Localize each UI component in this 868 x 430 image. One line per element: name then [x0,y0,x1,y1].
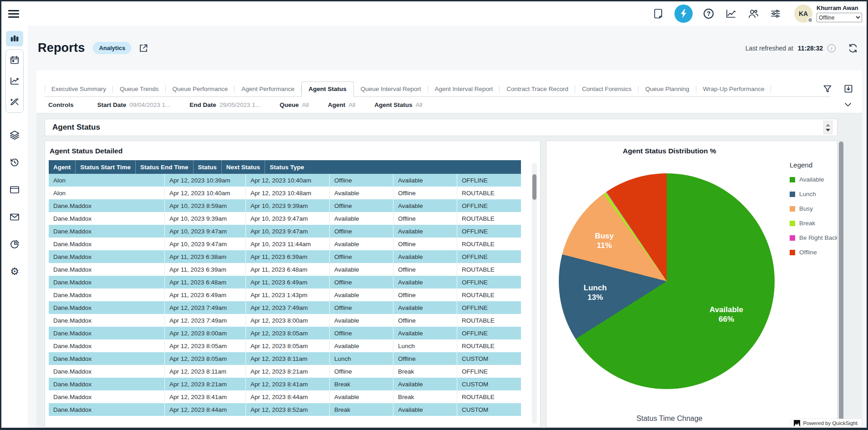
cell-end-time: Apr 12, 2023 8:21am [246,365,330,378]
cell-next-status: Available [393,250,457,263]
table-row[interactable]: Dane.Maddox Apr 11, 2023 6:39am Apr 11, … [49,263,521,276]
flash-icon[interactable] [674,5,693,23]
tab-label: Contract Trace Record [506,86,568,92]
table-row[interactable]: Dane.Maddox Apr 10, 2023 9:39am Apr 10, … [49,212,521,225]
cell-next-status: Available [393,301,457,314]
sliders-icon[interactable] [769,7,782,20]
last-refreshed-time: 11:28:32 [798,45,823,52]
sheet-tab[interactable]: Agent Performance [235,82,301,96]
cell-end-time: Apr 12, 2023 8:05am [246,327,330,339]
table-row[interactable]: Dane.Maddox Apr 12, 2023 8:05am Apr 12, … [49,339,521,352]
sheet-tab[interactable]: Agent Status [301,81,354,97]
sheet-tab[interactable]: Agent Interval Report [428,82,500,96]
page-title: Reports [38,41,85,55]
hamburger-menu-icon[interactable] [8,8,19,18]
sheet-tab[interactable]: Queue Planning [638,82,696,96]
table-row[interactable]: Dane.Maddox Apr 11, 2023 6:48am Apr 11, … [49,276,521,288]
dashboard-scrollbar[interactable] [838,141,844,428]
dashboard-scrollbar-thumb[interactable] [839,142,843,427]
table-row[interactable]: Dane.Maddox Apr 10, 2023 8:59am Apr 10, … [49,199,521,212]
cell-status-type: OFFLINE [457,365,521,378]
info-icon[interactable]: i [827,44,836,52]
sheet-tab[interactable]: Wrap-Up Performance [696,82,771,96]
legend-item[interactable]: Lunch [790,191,837,197]
table-row[interactable]: Dane.Maddox Apr 12, 2023 8:05am Apr 12, … [49,352,521,365]
agent-status-table: AgentStatus Start TimeStatus End TimeSta… [49,160,521,416]
cell-start-time: Apr 12, 2023 8:00am [165,327,246,339]
cell-status-type: CUSTOM [457,378,521,390]
users-icon[interactable] [747,7,760,20]
refresh-icon[interactable] [848,43,858,54]
column-header[interactable]: Status [194,160,222,174]
control-filter[interactable]: Queue All [280,101,309,108]
control-filter[interactable]: End Date 29/05/2023 1... [189,101,260,108]
legend-item[interactable]: Be Right Back [790,234,837,241]
legend-items: Available Lunch Busy [790,176,837,256]
column-header[interactable]: Agent [49,160,76,174]
external-link-icon[interactable] [138,43,148,53]
table-row[interactable]: Dane.Maddox Apr 12, 2023 7:49am Apr 12, … [49,314,521,327]
note-icon[interactable] [652,7,665,20]
help-icon[interactable]: ? [702,7,715,20]
controls-bar: Controls Start Date 09/04/2023 1... End … [36,97,862,113]
legend-item[interactable]: Available [790,176,837,183]
pie-title: Agent Status Distribution % [546,141,792,160]
sidebar-item-analytics[interactable] [6,237,23,252]
table-row[interactable]: Dane.Maddox Apr 12, 2023 8:00am Apr 12, … [49,327,521,339]
sheet-tab[interactable]: Contact Forensics [575,82,638,96]
sidebar-item-window[interactable] [6,182,23,197]
legend-item[interactable]: Busy [790,205,837,212]
table-row[interactable]: Dane.Maddox Apr 11, 2023 6:38am Apr 11, … [49,250,521,263]
table-row[interactable]: Dane.Maddox Apr 10, 2023 9:47am Apr 10, … [49,225,521,238]
chevron-down-icon[interactable] [844,101,852,108]
download-icon[interactable] [843,83,854,94]
control-filter[interactable]: Start Date 09/04/2023 1... [97,101,171,108]
legend-item[interactable]: Offline [790,249,837,256]
metrics-icon[interactable] [725,7,737,20]
table-scrollbar-thumb[interactable] [532,174,536,200]
sheet-tab[interactable]: Queue Performance [166,82,235,96]
control-filter[interactable]: Agent All [328,101,355,108]
sidebar-item-trends[interactable] [6,73,23,89]
table-row[interactable]: Dane.Maddox Apr 11, 2023 6:49am Apr 11, … [49,288,521,301]
sidebar-item-reports[interactable] [6,31,23,46]
avatar[interactable]: KA [794,5,812,23]
column-header[interactable]: Status End Time [136,160,194,174]
legend-item[interactable]: Break [790,220,837,227]
table-scrollbar[interactable] [532,163,537,424]
sidebar-item-mail[interactable] [6,209,23,225]
layers-icon [9,130,20,141]
table-row[interactable]: Dane.Maddox Apr 12, 2023 7:49am Apr 12, … [49,301,521,314]
sheet-tab[interactable]: Contract Trace Record [500,82,575,96]
analytics-badge[interactable]: Analytics [93,42,131,54]
cell-start-time: Apr 12, 2023 8:11am [165,365,246,378]
sheet-tab[interactable]: Queue Interval Report [354,82,428,96]
table-row[interactable]: Dane.Maddox Apr 10, 2023 9:47am Apr 10, … [49,238,521,250]
sidebar-item-calendar[interactable] [6,52,23,68]
tab-label: Wrap-Up Performance [703,86,765,92]
agent-status-select[interactable]: Offline [817,13,862,22]
control-filter[interactable]: Agent Status All [374,101,422,108]
table-row[interactable]: Alon Apr 12, 2023 10:39am Apr 12, 2023 1… [49,174,521,187]
cell-agent: Dane.Maddox [49,199,165,212]
legend-label: Be Right Back [799,234,837,241]
stepper-control[interactable] [823,121,832,134]
sidebar-item-history[interactable] [6,155,23,170]
column-header[interactable]: Status Type [265,160,309,174]
table-row[interactable]: Dane.Maddox Apr 12, 2023 8:21am Apr 12, … [49,378,521,390]
cell-end-time: Apr 10, 2023 11:44am [246,238,330,250]
table-row[interactable]: Dane.Maddox Apr 12, 2023 8:11am Apr 12, … [49,365,521,378]
pie-chart[interactable]: Busy11% Lunch13% Available66% [559,173,775,389]
column-header[interactable]: Status Start Time [76,160,136,174]
table-row[interactable]: Dane.Maddox Apr 12, 2023 8:41am Apr 12, … [49,390,521,403]
table-row[interactable]: Alon Apr 12, 2023 10:40am Apr 12, 2023 1… [49,187,521,199]
sidebar-item-layers[interactable] [6,127,23,143]
cell-next-status: Available [393,378,457,390]
cell-start-time: Apr 12, 2023 8:05am [165,352,246,365]
sidebar-item-design[interactable] [6,94,23,110]
column-header[interactable]: Next Status [222,160,265,174]
sidebar-item-settings[interactable]: ⚙ [6,264,23,279]
sheet-tab[interactable]: Queue Trends [113,82,166,96]
table-row[interactable]: Dane.Maddox Apr 12, 2023 8:44am Apr 12, … [49,403,521,416]
sheet-tab[interactable]: Executive Summary [45,82,113,96]
